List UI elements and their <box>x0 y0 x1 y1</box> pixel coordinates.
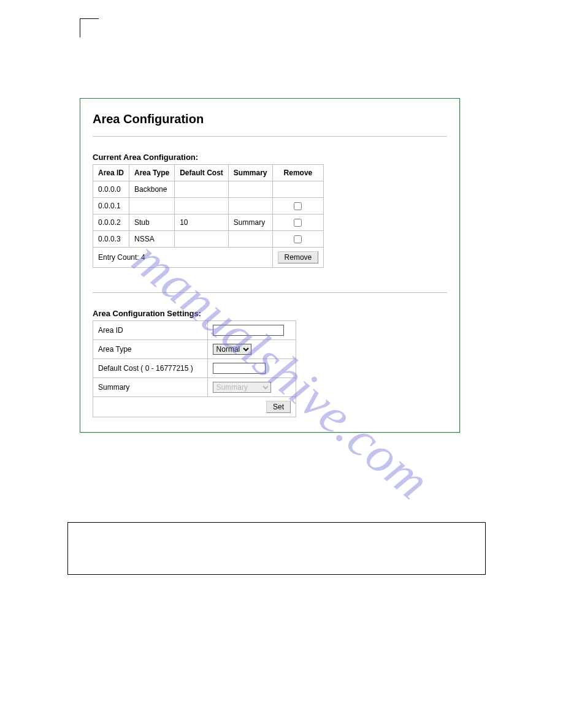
area-type-select[interactable]: Normal <box>213 344 251 355</box>
remove-checkbox[interactable] <box>294 202 302 210</box>
cell-remove <box>272 214 324 231</box>
col-remove: Remove <box>272 165 324 181</box>
remove-button[interactable]: Remove <box>278 251 319 264</box>
summary-label: Summary <box>93 378 208 397</box>
cell-summary: Summary <box>228 214 272 231</box>
summary-select: Summary <box>213 382 271 393</box>
divider <box>93 292 447 293</box>
cell-remove <box>272 198 324 214</box>
table-row: 0.0.0.1 <box>93 198 324 214</box>
area-id-input[interactable] <box>213 325 284 336</box>
table-row: 0.0.0.3 NSSA <box>93 231 324 248</box>
current-config-table: Area ID Area Type Default Cost Summary R… <box>93 164 324 268</box>
default-cost-label: Default Cost ( 0 - 16777215 ) <box>93 359 208 378</box>
page-title: Area Configuration <box>93 112 447 126</box>
settings-row: Area ID <box>93 321 296 340</box>
cell-remove <box>272 231 324 248</box>
set-button[interactable]: Set <box>266 401 291 413</box>
cell-remove <box>272 181 324 198</box>
settings-table: Area ID Area Type Normal Default Cost ( … <box>93 320 296 417</box>
cell-summary <box>228 181 272 198</box>
cell-summary <box>228 231 272 248</box>
corner-mark <box>80 18 99 37</box>
cell-area-type: NSSA <box>129 231 175 248</box>
settings-row: Summary Summary <box>93 378 296 397</box>
settings-row: Default Cost ( 0 - 16777215 ) <box>93 359 296 378</box>
cell-area-id: 0.0.0.0 <box>93 181 129 198</box>
table-header-row: Area ID Area Type Default Cost Summary R… <box>93 165 324 181</box>
remove-checkbox[interactable] <box>294 219 302 227</box>
default-cost-input[interactable] <box>213 363 266 374</box>
cell-default-cost: 10 <box>175 214 229 231</box>
summary-cell: Summary <box>207 378 296 397</box>
remove-checkbox[interactable] <box>294 235 302 243</box>
table-footer-row: Entry Count: 4 Remove <box>93 248 324 268</box>
config-panel: Area Configuration Current Area Configur… <box>80 98 460 433</box>
entry-count: Entry Count: 4 <box>93 248 273 268</box>
cell-default-cost <box>175 198 229 214</box>
cell-area-type: Backbone <box>129 181 175 198</box>
area-type-cell: Normal <box>207 340 296 359</box>
remove-button-cell: Remove <box>272 248 324 268</box>
col-summary: Summary <box>228 165 272 181</box>
cell-area-type <box>129 198 175 214</box>
table-row: 0.0.0.2 Stub 10 Summary <box>93 214 324 231</box>
cell-area-id: 0.0.0.1 <box>93 198 129 214</box>
set-button-cell: Set <box>93 397 296 417</box>
default-cost-cell <box>207 359 296 378</box>
col-default-cost: Default Cost <box>175 165 229 181</box>
cell-summary <box>228 198 272 214</box>
cell-area-id: 0.0.0.2 <box>93 214 129 231</box>
settings-footer-row: Set <box>93 397 296 417</box>
area-type-label: Area Type <box>93 340 208 359</box>
col-area-id: Area ID <box>93 165 129 181</box>
area-id-label: Area ID <box>93 321 208 340</box>
settings-row: Area Type Normal <box>93 340 296 359</box>
settings-heading: Area Configuration Settings: <box>93 309 447 318</box>
empty-box <box>67 522 486 575</box>
area-id-cell <box>207 321 296 340</box>
cell-default-cost <box>175 231 229 248</box>
cell-area-id: 0.0.0.3 <box>93 231 129 248</box>
col-area-type: Area Type <box>129 165 175 181</box>
cell-area-type: Stub <box>129 214 175 231</box>
divider <box>93 136 447 137</box>
table-row: 0.0.0.0 Backbone <box>93 181 324 198</box>
current-config-heading: Current Area Configuration: <box>93 153 447 162</box>
cell-default-cost <box>175 181 229 198</box>
